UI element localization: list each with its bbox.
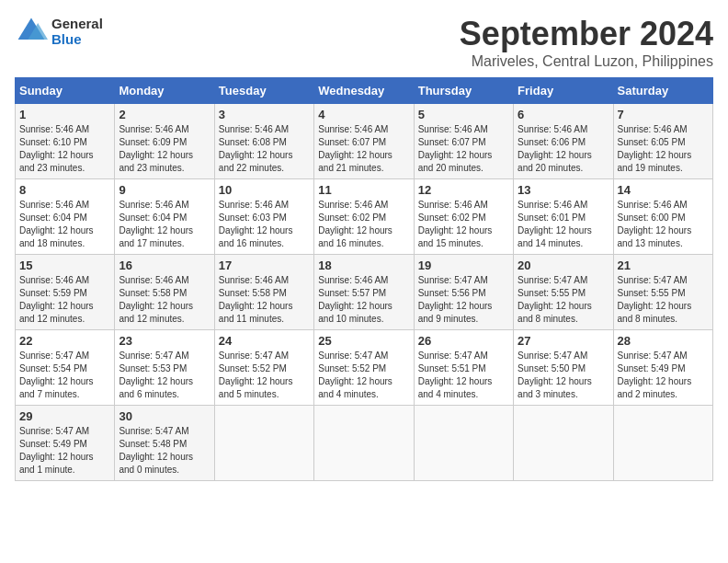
day-cell: 28Sunrise: 5:47 AM Sunset: 5:49 PM Dayli… <box>613 330 712 406</box>
day-number: 10 <box>219 183 310 197</box>
title-block: September 2024 Mariveles, Central Luzon,… <box>460 15 713 70</box>
day-info: Sunrise: 5:47 AM Sunset: 5:52 PM Dayligh… <box>219 350 310 401</box>
day-number: 15 <box>19 259 110 272</box>
day-number: 7 <box>618 108 709 121</box>
day-cell: 4Sunrise: 5:46 AM Sunset: 6:07 PM Daylig… <box>314 104 414 179</box>
location-title: Mariveles, Central Luzon, Philippines <box>460 53 713 70</box>
day-cell: 15Sunrise: 5:46 AM Sunset: 5:59 PM Dayli… <box>16 255 115 330</box>
day-info: Sunrise: 5:46 AM Sunset: 5:59 PM Dayligh… <box>19 274 110 326</box>
day-info: Sunrise: 5:46 AM Sunset: 6:02 PM Dayligh… <box>418 199 509 250</box>
day-info: Sunrise: 5:46 AM Sunset: 5:58 PM Dayligh… <box>119 274 210 326</box>
week-row-3: 15Sunrise: 5:46 AM Sunset: 5:59 PM Dayli… <box>16 255 713 330</box>
day-number: 19 <box>418 259 509 272</box>
day-cell: 23Sunrise: 5:47 AM Sunset: 5:53 PM Dayli… <box>115 330 214 406</box>
day-cell: 25Sunrise: 5:47 AM Sunset: 5:52 PM Dayli… <box>314 330 414 406</box>
day-number: 5 <box>418 108 509 121</box>
day-info: Sunrise: 5:46 AM Sunset: 6:10 PM Dayligh… <box>19 123 110 175</box>
day-info: Sunrise: 5:46 AM Sunset: 6:05 PM Dayligh… <box>618 123 709 175</box>
day-number: 24 <box>219 334 310 348</box>
day-cell: 30Sunrise: 5:47 AM Sunset: 5:48 PM Dayli… <box>115 406 214 481</box>
page-header: General Blue September 2024 Mariveles, C… <box>15 15 713 70</box>
day-info: Sunrise: 5:46 AM Sunset: 5:58 PM Dayligh… <box>219 274 310 326</box>
day-number: 13 <box>518 183 609 197</box>
day-info: Sunrise: 5:47 AM Sunset: 5:54 PM Dayligh… <box>19 350 110 401</box>
day-cell: 3Sunrise: 5:46 AM Sunset: 6:08 PM Daylig… <box>214 104 313 179</box>
day-info: Sunrise: 5:46 AM Sunset: 6:02 PM Dayligh… <box>318 199 409 250</box>
header-row: SundayMondayTuesdayWednesdayThursdayFrid… <box>16 78 713 104</box>
week-row-4: 22Sunrise: 5:47 AM Sunset: 5:54 PM Dayli… <box>16 330 713 406</box>
day-info: Sunrise: 5:47 AM Sunset: 5:55 PM Dayligh… <box>618 274 709 326</box>
week-row-1: 1Sunrise: 5:46 AM Sunset: 6:10 PM Daylig… <box>16 104 713 179</box>
day-number: 27 <box>518 334 609 348</box>
day-cell: 6Sunrise: 5:46 AM Sunset: 6:06 PM Daylig… <box>514 104 613 179</box>
day-number: 28 <box>618 334 709 348</box>
day-number: 12 <box>418 183 509 197</box>
header-tuesday: Tuesday <box>214 78 313 104</box>
header-saturday: Saturday <box>613 78 712 104</box>
week-row-2: 8Sunrise: 5:46 AM Sunset: 6:04 PM Daylig… <box>16 179 713 255</box>
day-cell <box>613 406 712 481</box>
month-title: September 2024 <box>460 15 713 53</box>
day-number: 18 <box>318 259 409 272</box>
day-cell: 16Sunrise: 5:46 AM Sunset: 5:58 PM Dayli… <box>115 255 214 330</box>
day-info: Sunrise: 5:46 AM Sunset: 6:07 PM Dayligh… <box>318 123 409 175</box>
day-info: Sunrise: 5:46 AM Sunset: 6:00 PM Dayligh… <box>618 199 709 250</box>
day-cell <box>414 406 513 481</box>
day-cell: 14Sunrise: 5:46 AM Sunset: 6:00 PM Dayli… <box>613 179 712 255</box>
day-info: Sunrise: 5:47 AM Sunset: 5:49 PM Dayligh… <box>19 425 110 477</box>
day-number: 17 <box>219 259 310 272</box>
day-cell: 17Sunrise: 5:46 AM Sunset: 5:58 PM Dayli… <box>214 255 313 330</box>
calendar-table: SundayMondayTuesdayWednesdayThursdayFrid… <box>15 77 713 481</box>
day-cell: 13Sunrise: 5:46 AM Sunset: 6:01 PM Dayli… <box>514 179 613 255</box>
day-info: Sunrise: 5:47 AM Sunset: 5:52 PM Dayligh… <box>318 350 409 401</box>
day-info: Sunrise: 5:47 AM Sunset: 5:56 PM Dayligh… <box>418 274 509 326</box>
day-number: 4 <box>318 108 409 121</box>
day-info: Sunrise: 5:46 AM Sunset: 6:04 PM Dayligh… <box>19 199 110 250</box>
header-wednesday: Wednesday <box>314 78 414 104</box>
day-cell: 1Sunrise: 5:46 AM Sunset: 6:10 PM Daylig… <box>16 104 115 179</box>
day-cell: 20Sunrise: 5:47 AM Sunset: 5:55 PM Dayli… <box>514 255 613 330</box>
day-cell: 29Sunrise: 5:47 AM Sunset: 5:49 PM Dayli… <box>16 406 115 481</box>
day-cell <box>214 406 313 481</box>
day-cell <box>314 406 414 481</box>
day-info: Sunrise: 5:46 AM Sunset: 5:57 PM Dayligh… <box>318 274 409 326</box>
day-info: Sunrise: 5:47 AM Sunset: 5:55 PM Dayligh… <box>518 274 609 326</box>
day-cell: 9Sunrise: 5:46 AM Sunset: 6:04 PM Daylig… <box>115 179 214 255</box>
day-cell: 21Sunrise: 5:47 AM Sunset: 5:55 PM Dayli… <box>613 255 712 330</box>
day-number: 14 <box>618 183 709 197</box>
day-cell: 5Sunrise: 5:46 AM Sunset: 6:07 PM Daylig… <box>414 104 513 179</box>
day-cell: 10Sunrise: 5:46 AM Sunset: 6:03 PM Dayli… <box>214 179 313 255</box>
day-cell: 22Sunrise: 5:47 AM Sunset: 5:54 PM Dayli… <box>16 330 115 406</box>
day-number: 11 <box>318 183 409 197</box>
day-info: Sunrise: 5:47 AM Sunset: 5:48 PM Dayligh… <box>119 425 210 477</box>
day-number: 26 <box>418 334 509 348</box>
day-cell: 26Sunrise: 5:47 AM Sunset: 5:51 PM Dayli… <box>414 330 513 406</box>
header-monday: Monday <box>115 78 214 104</box>
day-info: Sunrise: 5:46 AM Sunset: 6:08 PM Dayligh… <box>219 123 310 175</box>
day-cell <box>514 406 613 481</box>
day-number: 22 <box>19 334 110 348</box>
day-cell: 7Sunrise: 5:46 AM Sunset: 6:05 PM Daylig… <box>613 104 712 179</box>
header-friday: Friday <box>514 78 613 104</box>
day-info: Sunrise: 5:47 AM Sunset: 5:50 PM Dayligh… <box>518 350 609 401</box>
day-number: 2 <box>119 108 210 121</box>
day-number: 30 <box>119 409 210 423</box>
day-info: Sunrise: 5:46 AM Sunset: 6:01 PM Dayligh… <box>518 199 609 250</box>
day-number: 16 <box>119 259 210 272</box>
day-info: Sunrise: 5:46 AM Sunset: 6:04 PM Dayligh… <box>119 199 210 250</box>
logo-text: General Blue <box>51 16 103 47</box>
header-thursday: Thursday <box>414 78 513 104</box>
week-row-5: 29Sunrise: 5:47 AM Sunset: 5:49 PM Dayli… <box>16 406 713 481</box>
day-number: 23 <box>119 334 210 348</box>
header-sunday: Sunday <box>16 78 115 104</box>
logo-icon <box>15 15 48 48</box>
day-cell: 18Sunrise: 5:46 AM Sunset: 5:57 PM Dayli… <box>314 255 414 330</box>
day-info: Sunrise: 5:46 AM Sunset: 6:03 PM Dayligh… <box>219 199 310 250</box>
day-number: 3 <box>219 108 310 121</box>
day-number: 29 <box>19 409 110 423</box>
day-cell: 2Sunrise: 5:46 AM Sunset: 6:09 PM Daylig… <box>115 104 214 179</box>
day-cell: 27Sunrise: 5:47 AM Sunset: 5:50 PM Dayli… <box>514 330 613 406</box>
day-cell: 12Sunrise: 5:46 AM Sunset: 6:02 PM Dayli… <box>414 179 513 255</box>
day-number: 25 <box>318 334 409 348</box>
logo: General Blue <box>15 15 103 48</box>
